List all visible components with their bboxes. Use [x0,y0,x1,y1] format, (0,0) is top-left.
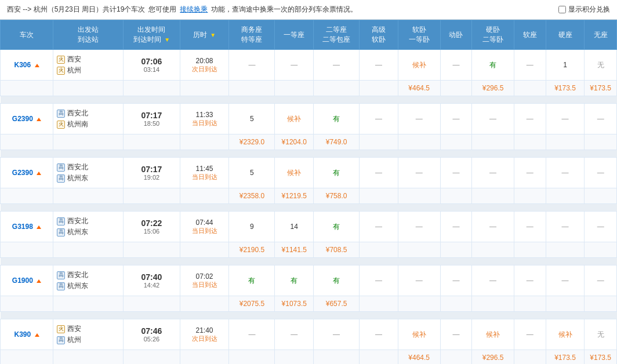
train-number-link[interactable]: G2390 [12,169,33,177]
duration-value: 21:40 [183,326,227,334]
arrive-time: 19:02 [126,174,177,181]
train-number-cell: G3198 [1,212,53,242]
price-second-cell: ¥708.5 [314,242,360,258]
from-station-icon: 火 [57,325,65,333]
seat-hard-cell: 候补 [546,319,585,350]
to-station-name: 杭州 [67,335,81,345]
seat-soft_first-cell: — [398,158,440,188]
from-station-row: 高 西安北 [57,162,121,172]
price-soft_first-cell: ¥464.5 [398,350,440,365]
arrive-time: 14:42 [126,282,177,289]
seat-no-cell: 无 [585,319,617,350]
seat-hard_second-cell: — [472,158,514,188]
checkbox-label[interactable]: 显示积分兑换 [568,5,610,14]
separator-row [1,150,617,158]
train-number-cell: K306 [1,50,53,81]
from-station-name: 西安北 [67,270,88,280]
price-row: ¥2190.5¥1141.5¥708.5 [1,242,617,258]
expand-arrow-icon[interactable] [35,64,39,67]
to-station-name: 杭州南 [67,119,88,129]
train-number-link[interactable]: G2390 [12,115,33,123]
table-header: 车次 出发站到达站 出发时间到达时间 ▼ 历时 ▼ 商务座特等座 一等座 二等座… [1,20,617,50]
seat-adv_soft-cell: — [360,104,398,134]
seat-hard_second-cell: 有 [472,50,514,81]
route-text: 西安 --> 杭州（5月23日 周日）共计19个车次 [7,5,145,14]
from-station-icon: 高 [57,163,65,172]
seat-no-cell: — [585,158,617,188]
header-dyn: 动卧 [440,20,472,50]
seat-dyn-cell: — [440,265,472,296]
price-biz-cell: ¥2190.5 [229,242,275,258]
expand-arrow-icon[interactable] [37,172,41,175]
duration-value: 11:45 [183,165,227,173]
seat-hard-cell: — [546,104,585,134]
station-cell: 高 西安北 高 杭州东 [53,265,124,296]
tip-suffix: 功能，查询途中换乘一次的部分列车余票情况。 [211,5,357,14]
depart-time: 07:40 [126,272,177,282]
train-number-link[interactable]: K390 [14,330,31,338]
header-duration[interactable]: 历时 ▼ [180,20,229,50]
seat-soft_first-cell: — [398,212,440,242]
duration-sort-icon: ▼ [210,32,216,38]
show-points-checkbox[interactable] [558,6,566,13]
from-station-icon: 火 [57,56,65,64]
price-hard_second-cell: ¥296.5 [472,81,514,96]
from-station-icon: 高 [57,271,65,279]
table-row: G1900 高 西安北 高 杭州东 07:40 14:42 07:02 当日到达… [1,265,617,296]
train-number-link[interactable]: K306 [14,61,31,69]
seat-adv_soft-cell: — [360,50,398,81]
seat-soft-cell: — [514,212,546,242]
header-depart[interactable]: 出发时间到达时间 ▼ [124,20,180,50]
price-first-cell: ¥1073.5 [275,296,314,312]
from-station-icon: 高 [57,217,65,225]
time-cell: 07:06 03:14 [124,50,180,81]
expand-arrow-icon[interactable] [37,225,41,229]
expand-arrow-icon[interactable] [37,118,41,121]
seat-second-cell: — [314,319,360,350]
seat-soft-cell: — [514,319,546,350]
seat-hard_second-cell: — [472,212,514,242]
separator-row [1,312,617,319]
seat-dyn-cell: — [440,50,472,81]
depart-time: 07:17 [126,165,177,174]
separator-row [1,96,617,104]
station-cell: 火 西安 火 杭州 [53,50,124,81]
arrive-day: 当日到达 [183,173,227,181]
expand-arrow-icon[interactable] [35,333,39,337]
seat-no-cell: 无 [585,50,617,81]
to-station-name: 杭州 [67,65,81,75]
duration-cell: 11:33 当日到达 [180,104,229,134]
to-station-row: 火 杭州 [57,65,121,75]
seat-hard-cell: — [546,212,585,242]
seat-hard_second-cell: 候补 [472,319,514,350]
to-station-name: 杭州东 [67,173,88,183]
price-second-cell: ¥758.0 [314,188,360,204]
seat-hard-cell: — [546,158,585,188]
tip-link[interactable]: 接续换乘 [180,5,208,14]
seat-second-cell: 有 [314,212,360,242]
table-row: G2390 高 西安北 高 杭州东 07:17 19:02 11:45 当日到达… [1,158,617,188]
depart-time: 07:22 [126,219,177,228]
expand-arrow-icon[interactable] [37,279,41,283]
seat-first-cell: — [275,319,314,350]
seat-adv_soft-cell: — [360,212,398,242]
seat-hard-cell: 1 [546,50,585,81]
train-number-cell: G2390 [1,104,53,134]
arrive-time: 03:14 [126,66,177,73]
header-first: 一等座 [275,20,314,50]
route-info: 西安 --> 杭州（5月23日 周日）共计19个车次 您可使用 接续换乘 功能，… [7,5,357,14]
price-first-cell: ¥1141.5 [275,242,314,258]
arrive-time: 05:26 [126,336,177,343]
seat-first-cell: 候补 [275,158,314,188]
seat-no-cell: — [585,265,617,296]
train-number-link[interactable]: G3198 [12,223,33,231]
from-station-name: 西安北 [67,216,88,226]
from-station-row: 高 西安北 [57,108,121,118]
table-row: K306 火 西安 火 杭州 07:06 03:14 20:08 次日到达 ——… [1,50,617,81]
header-soft-first: 软卧一等卧 [398,20,440,50]
train-number-link[interactable]: G1900 [12,276,33,285]
header-biz: 商务座特等座 [229,20,275,50]
station-cell: 高 西安北 火 杭州南 [53,104,124,134]
arrive-day: 当日到达 [183,227,227,235]
seat-adv_soft-cell: — [360,265,398,296]
